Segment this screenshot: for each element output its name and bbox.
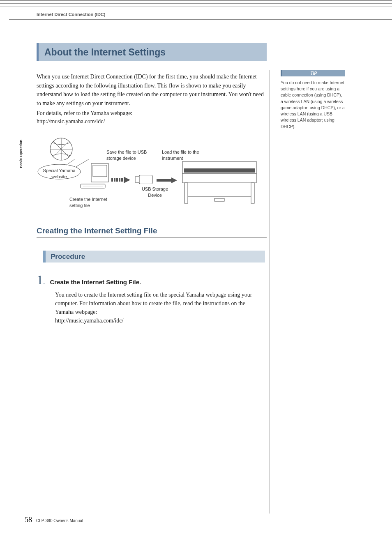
svg-rect-23 xyxy=(184,168,255,173)
url-line: http://music.yamaha.com/idc/ xyxy=(37,118,267,125)
breadcrumb: Internet Direct Connection (IDC) xyxy=(37,12,392,17)
svg-marker-17 xyxy=(124,177,130,183)
step-url: http://music.yamaha.com/idc/ xyxy=(55,318,123,324)
diagram-save-label: Save the file to USB storage device xyxy=(106,149,160,161)
usb-icon xyxy=(135,175,154,184)
details-line: For details, refer to the Yamaha webpage… xyxy=(37,109,267,118)
tip-header: TIP xyxy=(281,70,345,76)
sidebar-tip: TIP You do not need to make Internet set… xyxy=(281,70,345,130)
svg-rect-26 xyxy=(251,183,254,203)
diagram-website-label: Special Yamaha website xyxy=(43,168,76,180)
top-decorative-bars xyxy=(0,0,392,7)
page-footer: 58 CLP-380 Owner's Manual xyxy=(25,516,83,524)
step-title: Create the Internet Setting File. xyxy=(50,279,141,286)
tip-body: You do not need to make Internet setting… xyxy=(281,80,345,130)
svg-rect-19 xyxy=(139,175,152,184)
flow-diagram: Special Yamaha website Create the Intern… xyxy=(37,135,261,211)
svg-rect-15 xyxy=(119,178,120,182)
intro-paragraph: When you use Internet Direct Connection … xyxy=(37,72,267,108)
page-title-bar: About the Internet Settings xyxy=(37,43,267,61)
subheading: Creating the Internet Setting File xyxy=(37,226,267,237)
procedure-label: Procedure xyxy=(51,253,260,261)
main-content: About the Internet Settings When you use… xyxy=(37,43,267,325)
diagram-usb-label: USB Storage Device xyxy=(138,186,171,198)
step-row: 1. Create the Internet Setting File. xyxy=(37,273,267,286)
svg-rect-24 xyxy=(182,174,256,183)
column-divider xyxy=(269,70,270,514)
header-rule xyxy=(9,19,392,20)
svg-rect-20 xyxy=(157,179,171,182)
svg-rect-13 xyxy=(114,178,115,182)
svg-rect-12 xyxy=(111,178,113,182)
page-number: 58 xyxy=(25,516,32,524)
piano-icon xyxy=(178,159,261,207)
svg-rect-16 xyxy=(121,178,123,182)
globe-icon xyxy=(49,137,74,161)
side-tab-label: Basic Operation xyxy=(19,140,23,168)
svg-rect-14 xyxy=(116,178,118,182)
svg-rect-25 xyxy=(184,183,188,203)
page-title: About the Internet Settings xyxy=(44,47,261,58)
svg-rect-9 xyxy=(93,165,107,177)
manual-name: CLP-380 Owner's Manual xyxy=(36,518,83,523)
arrow-solid-icon xyxy=(157,177,177,183)
computer-icon xyxy=(80,161,111,192)
procedure-bar: Procedure xyxy=(43,251,265,263)
step-body: You need to create the Internet setting … xyxy=(55,290,265,325)
svg-marker-21 xyxy=(171,177,177,183)
svg-rect-18 xyxy=(135,177,139,182)
svg-rect-27 xyxy=(214,198,224,201)
step-number: 1. xyxy=(37,273,45,286)
arrow-icon xyxy=(111,176,135,184)
diagram-create-label: Create the Internet setting file xyxy=(69,196,119,208)
